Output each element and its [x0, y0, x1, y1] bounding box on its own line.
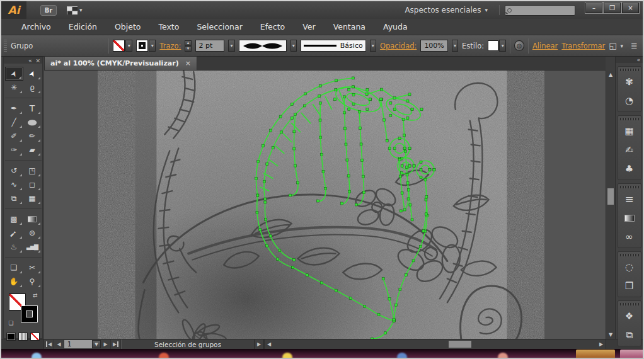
horizontal-scrollbar[interactable]: ◀ ▶ — [264, 339, 606, 349]
magic-wand-tool[interactable]: ✳ — [5, 81, 23, 94]
canvas-area[interactable] — [44, 71, 606, 339]
align-link[interactable]: Alinear — [532, 42, 558, 50]
taskbar-app-icon[interactable] — [498, 353, 508, 358]
restore-button[interactable]: ❐ — [604, 3, 621, 13]
taskbar-app-icon[interactable] — [282, 353, 292, 358]
type-tool[interactable]: T — [23, 101, 42, 115]
style-swatch[interactable] — [488, 40, 498, 51]
eraser-tool[interactable]: ▰ — [23, 143, 42, 157]
direct-selection-tool[interactable]: ➤ — [23, 67, 42, 81]
brush-definition-combo[interactable]: Básico — [301, 40, 366, 52]
menu-edicion[interactable]: Edición — [60, 22, 106, 31]
panel-options-icon[interactable]: ≣ — [631, 41, 638, 50]
first-artboard-button[interactable]: ◀ — [44, 339, 54, 349]
panel-drag-handle[interactable] — [620, 254, 639, 256]
workspace-switcher[interactable]: Aspectos esenciales ▾ — [398, 6, 494, 14]
opacity-field[interactable]: 100% — [420, 40, 447, 52]
lasso-tool[interactable]: ϱ — [23, 81, 42, 94]
shape-builder-tool[interactable]: ⧉ — [5, 191, 23, 205]
taskbar-app[interactable] — [620, 350, 643, 358]
horizontal-scroll-thumb[interactable] — [449, 341, 471, 348]
taskbar-app-icon[interactable] — [159, 353, 169, 358]
stroke-width-stepper[interactable]: ▴ ▾ — [185, 40, 191, 52]
collapse-panel-icon[interactable]: « — [28, 57, 32, 64]
chevron-down-icon[interactable]: ▾ — [621, 43, 624, 49]
scroll-down-icon[interactable]: ▼ — [606, 331, 615, 339]
zoom-tool[interactable]: ⚲ — [23, 275, 42, 288]
stroke-indicator[interactable] — [21, 305, 38, 322]
status-options-icon[interactable]: ▶ — [255, 339, 264, 349]
previous-artboard-button[interactable]: ◀ — [54, 339, 64, 349]
gradient-mode-button[interactable] — [18, 333, 28, 341]
gradient-tool[interactable] — [23, 212, 42, 226]
taskbar-app-icon[interactable] — [32, 353, 42, 358]
menu-archivo[interactable]: Archivo — [13, 22, 60, 31]
expand-dock-icon[interactable]: « — [636, 57, 640, 63]
search-input[interactable] — [505, 5, 575, 16]
windows-taskbar[interactable] — [1, 349, 643, 358]
graphic-styles-panel-icon[interactable]: ❐ — [619, 276, 640, 295]
panel-grip[interactable] — [4, 40, 7, 52]
bridge-button[interactable]: Br — [40, 5, 57, 16]
step-down-icon[interactable]: ▾ — [185, 46, 191, 52]
hand-tool[interactable]: ✋ — [5, 275, 23, 288]
free-transform-tool[interactable]: ◻ — [23, 178, 42, 191]
artboards-panel-icon[interactable]: ⧉ — [619, 326, 640, 345]
perspective-grid-tool[interactable]: ▦ — [23, 191, 42, 205]
scroll-right-icon[interactable]: ▶ — [597, 339, 606, 349]
fill-color-swatch[interactable] — [113, 40, 125, 52]
brush-dropdown[interactable]: ▾ — [290, 40, 297, 52]
last-artboard-button[interactable]: ▶ — [111, 339, 121, 349]
transform-link[interactable]: Transformar — [561, 42, 605, 50]
stroke-width-field[interactable]: 2 pt — [195, 40, 225, 52]
menu-objeto[interactable]: Objeto — [106, 22, 150, 31]
line-segment-tool[interactable]: ╱ — [5, 115, 23, 129]
color-guide-panel-icon[interactable]: ◔ — [619, 91, 640, 110]
document-tab[interactable]: ai* al 100% (CMYK/Previsualizar) × — [44, 56, 197, 70]
transparency-panel-icon[interactable]: ∞ — [619, 227, 640, 246]
slice-tool[interactable]: ✂ — [23, 261, 42, 275]
menu-ayuda[interactable]: Ayuda — [374, 22, 417, 31]
stroke-panel-link[interactable]: Trazo: — [159, 42, 181, 50]
fill-dropdown[interactable]: ▾ — [125, 40, 132, 52]
next-artboard-button[interactable]: ▶ — [101, 339, 111, 349]
vertical-scroll-thumb[interactable] — [607, 188, 614, 205]
panel-drag-handle[interactable] — [620, 69, 639, 71]
gradient-panel-icon[interactable] — [619, 208, 640, 227]
taskbar-active-app[interactable] — [576, 350, 615, 358]
panel-drag-handle[interactable] — [620, 186, 639, 188]
stroke-width-dropdown[interactable]: ▾ — [228, 40, 234, 52]
pen-tool[interactable]: ✒ — [5, 101, 23, 115]
panel-drag-handle[interactable] — [620, 118, 639, 120]
color-panel-icon[interactable]: ✾ — [619, 72, 640, 91]
select-similar-icon[interactable]: ◱ — [609, 41, 616, 50]
menu-seleccionar[interactable]: Seleccionar — [188, 22, 251, 31]
opacity-link[interactable]: Opacidad: — [380, 42, 417, 50]
artboard-number-field[interactable]: 1 — [64, 340, 92, 348]
symbol-sprayer-tool[interactable]: ♨ — [5, 240, 23, 254]
appearance-panel-icon[interactable]: ◌ — [619, 258, 640, 276]
scroll-up-icon[interactable]: ▲ — [606, 71, 615, 79]
stroke-color-swatch[interactable] — [136, 40, 148, 52]
blend-tool[interactable]: ⊚ — [23, 226, 42, 240]
mesh-tool[interactable]: ▩ — [5, 212, 23, 226]
stroke-dropdown[interactable]: ▾ — [149, 40, 156, 52]
rotate-tool[interactable]: ↺ — [5, 164, 23, 178]
taskbar-app-icon[interactable] — [397, 353, 407, 358]
selection-tool[interactable]: ➤ — [5, 67, 23, 81]
step-up-icon[interactable]: ▴ — [185, 40, 191, 46]
brush-definition-dropdown[interactable]: ▾ — [370, 40, 376, 52]
recolor-artwork-icon[interactable]: ◍ — [514, 40, 524, 51]
close-button[interactable]: × — [622, 3, 639, 13]
color-mode-button[interactable] — [6, 333, 16, 341]
eyedropper-tool[interactable]: ¡ — [5, 226, 23, 240]
opacity-dropdown[interactable]: ▾ — [452, 40, 458, 52]
width-tool[interactable]: ∿ — [5, 178, 23, 191]
column-graph-tool[interactable]: ▃▅▇ — [23, 240, 42, 254]
close-document-icon[interactable]: × — [185, 59, 191, 67]
brushes-panel-icon[interactable]: ✍ — [619, 140, 640, 159]
artboard-dropdown[interactable]: ▼ — [92, 340, 101, 348]
scale-tool[interactable]: ◳ — [23, 164, 42, 178]
pencil-tool[interactable]: ✏ — [23, 129, 42, 143]
minimize-button[interactable]: – — [585, 3, 602, 13]
